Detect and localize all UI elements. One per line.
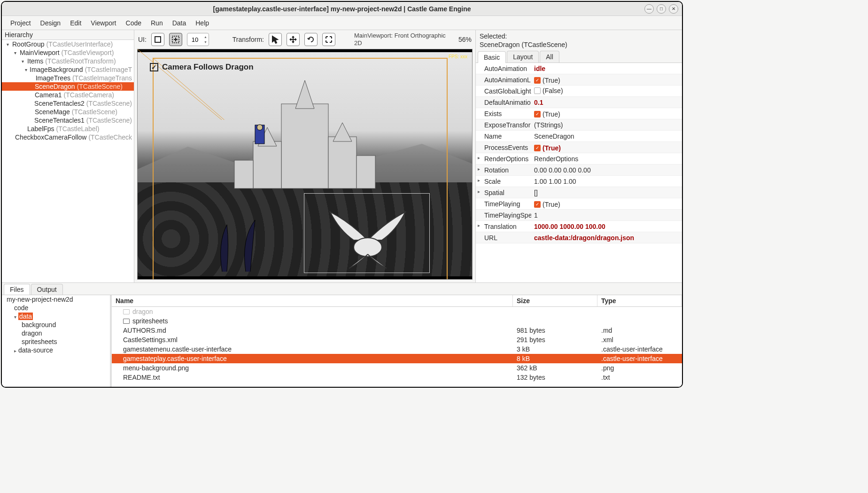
hierarchy-item-camera1[interactable]: Camera1(TCastleCamera) — [2, 91, 134, 99]
dir-dragon[interactable]: dragon — [2, 329, 110, 337]
prop-renderoptions[interactable]: RenderOptionsRenderOptions — [476, 153, 682, 164]
prop-autoanimationl[interactable]: AutoAnimationL✓ (True) — [476, 74, 682, 86]
hierarchy-tree: ▾RootGroup(TCastleUserInterface)▾MainVie… — [2, 40, 134, 282]
prop-defaultanimatio[interactable]: DefaultAnimatio0.1 — [476, 97, 682, 108]
inspector-tab-all[interactable]: All — [540, 51, 559, 63]
prop-timeplayingspe[interactable]: TimePlayingSpe1 — [476, 210, 682, 221]
menu-edit[interactable]: Edit — [65, 17, 86, 29]
ui-label: UI: — [138, 36, 147, 43]
titlebar: [gamestateplay.castle-user-interface] my… — [2, 2, 682, 16]
prop-scale[interactable]: Scale1.00 1.00 1.00 — [476, 176, 682, 187]
prop-processevents[interactable]: ProcessEvents✓ (True) — [476, 142, 682, 153]
dir-data-source[interactable]: ▸ data-source — [2, 346, 110, 354]
bottom-tab-files[interactable]: Files — [4, 284, 30, 295]
spin-down[interactable]: ▼ — [202, 39, 209, 45]
snap-icon — [171, 35, 180, 44]
svg-rect-0 — [155, 37, 161, 42]
hierarchy-item-checkboxcamerafollow[interactable]: CheckboxCameraFollow(TCastleCheck — [2, 133, 134, 141]
close-button[interactable]: ✕ — [669, 4, 678, 14]
hierarchy-item-scenemage[interactable]: SceneMage(TCastleScene) — [2, 108, 134, 116]
rotate-tool[interactable] — [304, 33, 318, 46]
directory-tree: my-new-project-new2dcode▾ databackground… — [2, 295, 112, 387]
bottom-tabs: FilesOutput — [2, 283, 682, 295]
rectangle-icon — [154, 35, 162, 44]
file-gamestateplay.castle-user-interface[interactable]: gamestateplay.castle-user-interface8 kB.… — [112, 354, 682, 363]
inspector-tab-layout[interactable]: Layout — [507, 51, 539, 63]
hierarchy-item-scenedragon[interactable]: SceneDragon(TCastleScene) — [2, 82, 134, 91]
folder-icon — [123, 319, 130, 324]
hierarchy-item-items[interactable]: ▾Items(TCastleRootTransform) — [2, 57, 134, 65]
hierarchy-item-scenetentacles2[interactable]: SceneTentacles2(TCastleScene) — [2, 99, 134, 108]
center-panel: UI: ▲▼ Transform: — [134, 30, 475, 282]
col-name[interactable]: Name — [112, 295, 513, 306]
file-gamestatemenu.castle-user-interface[interactable]: gamestatemenu.castle-user-interface3 kB.… — [112, 344, 682, 354]
hierarchy-item-mainviewport[interactable]: ▾MainViewport(TCastleViewport) — [2, 48, 134, 57]
inspector-header: Selected: SceneDragon (TCastleScene) — [476, 30, 682, 51]
menu-data[interactable]: Data — [168, 17, 191, 29]
menu-viewport[interactable]: Viewport — [86, 17, 121, 29]
dir-code[interactable]: code — [2, 304, 110, 312]
prop-spatial[interactable]: Spatial[] — [476, 187, 682, 198]
rotate-icon — [307, 35, 315, 44]
dir-my-new-project-new2d[interactable]: my-new-project-new2d — [2, 295, 110, 304]
col-type[interactable]: Type — [597, 295, 682, 306]
menu-project[interactable]: Project — [6, 17, 36, 29]
file-authors.md[interactable]: AUTHORS.md981 bytes.md — [112, 326, 682, 335]
scale-tool[interactable] — [322, 33, 335, 46]
spin-up[interactable]: ▲ — [202, 34, 209, 39]
hierarchy-item-imagebackground[interactable]: ▾ImageBackground(TCastleImageT — [2, 65, 134, 74]
prop-autoanimation[interactable]: AutoAnimationidle — [476, 63, 682, 74]
snap-value-spinner[interactable]: ▲▼ — [187, 33, 209, 46]
dir-spritesheets[interactable]: spritesheets — [2, 337, 110, 346]
viewport-info: MainViewport: Front Orthographic 2D — [354, 32, 446, 47]
dir-background[interactable]: background — [2, 321, 110, 329]
select-tool[interactable] — [269, 33, 282, 46]
scale-icon — [325, 35, 333, 44]
cursor-icon — [271, 35, 279, 44]
viewport[interactable]: ✓ Camera Follows Dragon FPS: xxx — [137, 49, 473, 280]
file-list-header: Name Size Type — [112, 295, 682, 307]
bottom-tab-output[interactable]: Output — [31, 284, 63, 295]
prop-url[interactable]: URLcastle-data:/dragon/dragon.json — [476, 232, 682, 243]
hierarchy-item-labelfps[interactable]: LabelFps(TCastleLabel) — [2, 125, 134, 133]
file-castlesettings.xml[interactable]: CastleSettings.xml291 bytes.xml — [112, 335, 682, 344]
prop-translation[interactable]: Translation1000.00 1000.00 100.00 — [476, 221, 682, 232]
snap-value-input[interactable] — [187, 36, 202, 43]
hierarchy-item-rootgroup[interactable]: ▾RootGroup(TCastleUserInterface) — [2, 40, 134, 48]
hierarchy-item-imagetrees[interactable]: ImageTrees(TCastleImageTrans — [2, 74, 134, 82]
move-icon — [289, 35, 297, 44]
minimize-button[interactable]: — — [644, 4, 654, 14]
prop-name[interactable]: NameSceneDragon — [476, 131, 682, 142]
file-dragon[interactable]: dragon — [112, 307, 682, 316]
inspector-tabs: BasicLayoutAll — [476, 51, 682, 63]
checkbox-icon: ✓ — [150, 63, 158, 71]
file-menu-background.png[interactable]: menu-background.png362 kB.png — [112, 363, 682, 373]
window-title: [gamestateplay.castle-user-interface] my… — [213, 5, 471, 13]
app-window: [gamestateplay.castle-user-interface] my… — [1, 1, 683, 388]
prop-timeplaying[interactable]: TimePlaying✓ (True) — [476, 198, 682, 210]
transform-label: Transform: — [232, 36, 264, 43]
bottom-panel: FilesOutput my-new-project-new2dcode▾ da… — [2, 282, 682, 387]
menu-code[interactable]: Code — [121, 17, 146, 29]
viewport-toolbar: UI: ▲▼ Transform: — [134, 30, 475, 49]
prop-exposetransfor[interactable]: ExposeTransfor(TStrings) — [476, 119, 682, 131]
hierarchy-header: Hierarchy — [2, 30, 134, 40]
dir-data[interactable]: ▾ data — [2, 312, 110, 321]
hierarchy-item-scenetentacles1[interactable]: SceneTentacles1(TCastleScene) — [2, 116, 134, 125]
ui-rect-tool[interactable] — [151, 33, 164, 46]
inspector-tab-basic[interactable]: Basic — [478, 51, 506, 63]
file-spritesheets[interactable]: spritesheets — [112, 316, 682, 326]
col-size[interactable]: Size — [513, 295, 597, 306]
prop-castgloballight[interactable]: CastGlobalLight (False) — [476, 86, 682, 97]
menu-run[interactable]: Run — [146, 17, 168, 29]
file-readme.txt[interactable]: README.txt132 bytes.txt — [112, 373, 682, 382]
prop-rotation[interactable]: Rotation0.00 0.00 0.00 0.00 — [476, 164, 682, 176]
fps-label: FPS: xxx — [449, 54, 467, 59]
menu-help[interactable]: Help — [191, 17, 214, 29]
camera-follow-checkbox[interactable]: ✓ Camera Follows Dragon — [150, 63, 254, 72]
menu-design[interactable]: Design — [36, 17, 66, 29]
prop-exists[interactable]: Exists✓ (True) — [476, 108, 682, 119]
maximize-button[interactable]: □ — [657, 4, 666, 14]
move-tool[interactable] — [287, 33, 300, 46]
ui-snap-tool[interactable] — [169, 33, 182, 46]
